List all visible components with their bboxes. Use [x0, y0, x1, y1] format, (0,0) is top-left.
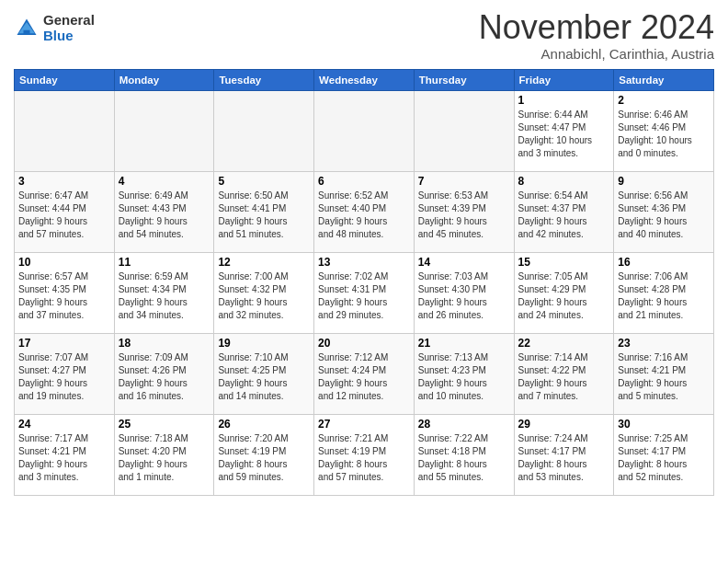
day-info: Sunrise: 7:18 AM Sunset: 4:20 PM Dayligh… [119, 432, 210, 484]
day-number: 29 [518, 418, 610, 431]
day-info: Sunrise: 7:02 AM Sunset: 4:31 PM Dayligh… [318, 270, 410, 322]
week-row-4: 24Sunrise: 7:17 AM Sunset: 4:21 PM Dayli… [15, 414, 714, 495]
day-info: Sunrise: 7:20 AM Sunset: 4:19 PM Dayligh… [218, 432, 310, 484]
day-info: Sunrise: 6:53 AM Sunset: 4:39 PM Dayligh… [418, 190, 510, 241]
week-row-0: 1Sunrise: 6:44 AM Sunset: 4:47 PM Daylig… [15, 90, 714, 171]
day-info: Sunrise: 7:17 AM Sunset: 4:21 PM Dayligh… [18, 432, 110, 484]
header-saturday: Saturday [614, 69, 714, 90]
title-block: November 2024 Annabichl, Carinthia, Aust… [479, 9, 714, 62]
table-row: 17Sunrise: 7:07 AM Sunset: 4:27 PM Dayli… [15, 333, 115, 414]
day-info: Sunrise: 7:25 AM Sunset: 4:17 PM Dayligh… [618, 432, 710, 484]
day-info: Sunrise: 7:22 AM Sunset: 4:18 PM Dayligh… [418, 432, 510, 484]
header-friday: Friday [514, 69, 614, 90]
table-row: 24Sunrise: 7:17 AM Sunset: 4:21 PM Dayli… [15, 414, 115, 495]
week-row-1: 3Sunrise: 6:47 AM Sunset: 4:44 PM Daylig… [15, 171, 714, 252]
day-number: 25 [119, 418, 210, 431]
day-info: Sunrise: 7:07 AM Sunset: 4:27 PM Dayligh… [18, 351, 110, 403]
logo-general-text: General [43, 13, 95, 29]
day-number: 2 [618, 94, 710, 107]
logo-text: General Blue [43, 13, 95, 43]
header-thursday: Thursday [414, 69, 514, 90]
table-row [15, 90, 115, 171]
day-number: 23 [618, 337, 710, 350]
table-row: 22Sunrise: 7:14 AM Sunset: 4:22 PM Dayli… [514, 333, 614, 414]
table-row: 30Sunrise: 7:25 AM Sunset: 4:17 PM Dayli… [614, 414, 714, 495]
day-number: 17 [18, 337, 110, 350]
day-number: 3 [18, 175, 110, 188]
table-row: 26Sunrise: 7:20 AM Sunset: 4:19 PM Dayli… [214, 414, 314, 495]
header-sunday: Sunday [15, 69, 115, 90]
day-info: Sunrise: 6:59 AM Sunset: 4:34 PM Dayligh… [119, 270, 210, 322]
table-row: 18Sunrise: 7:09 AM Sunset: 4:26 PM Dayli… [114, 333, 214, 414]
day-info: Sunrise: 7:00 AM Sunset: 4:32 PM Dayligh… [218, 270, 310, 322]
calendar: Sunday Monday Tuesday Wednesday Thursday… [14, 69, 714, 496]
table-row: 28Sunrise: 7:22 AM Sunset: 4:18 PM Dayli… [414, 414, 514, 495]
day-info: Sunrise: 6:50 AM Sunset: 4:41 PM Dayligh… [218, 190, 310, 241]
table-row: 5Sunrise: 6:50 AM Sunset: 4:41 PM Daylig… [214, 171, 314, 252]
table-row: 13Sunrise: 7:02 AM Sunset: 4:31 PM Dayli… [314, 252, 415, 333]
day-number: 1 [518, 94, 610, 107]
day-info: Sunrise: 7:09 AM Sunset: 4:26 PM Dayligh… [119, 351, 210, 403]
table-row: 21Sunrise: 7:13 AM Sunset: 4:23 PM Dayli… [414, 333, 514, 414]
table-row: 9Sunrise: 6:56 AM Sunset: 4:36 PM Daylig… [614, 171, 714, 252]
day-info: Sunrise: 6:56 AM Sunset: 4:36 PM Dayligh… [618, 190, 710, 241]
day-info: Sunrise: 7:06 AM Sunset: 4:28 PM Dayligh… [618, 270, 710, 322]
table-row: 4Sunrise: 6:49 AM Sunset: 4:43 PM Daylig… [114, 171, 214, 252]
day-number: 20 [318, 337, 410, 350]
day-number: 24 [18, 418, 110, 431]
day-info: Sunrise: 7:05 AM Sunset: 4:29 PM Dayligh… [518, 270, 610, 322]
day-number: 12 [218, 256, 310, 269]
header-tuesday: Tuesday [214, 69, 314, 90]
page: General Blue November 2024 Annabichl, Ca… [0, 0, 728, 563]
day-info: Sunrise: 6:44 AM Sunset: 4:47 PM Dayligh… [518, 109, 610, 160]
day-info: Sunrise: 6:47 AM Sunset: 4:44 PM Dayligh… [18, 190, 110, 241]
week-row-2: 10Sunrise: 6:57 AM Sunset: 4:35 PM Dayli… [15, 252, 714, 333]
table-row: 12Sunrise: 7:00 AM Sunset: 4:32 PM Dayli… [214, 252, 314, 333]
day-number: 10 [18, 256, 110, 269]
table-row: 6Sunrise: 6:52 AM Sunset: 4:40 PM Daylig… [314, 171, 415, 252]
svg-rect-2 [24, 29, 30, 34]
table-row: 16Sunrise: 7:06 AM Sunset: 4:28 PM Dayli… [614, 252, 714, 333]
day-number: 28 [418, 418, 510, 431]
table-row: 2Sunrise: 6:46 AM Sunset: 4:46 PM Daylig… [614, 90, 714, 171]
day-number: 16 [618, 256, 710, 269]
day-info: Sunrise: 7:13 AM Sunset: 4:23 PM Dayligh… [418, 351, 510, 403]
table-row: 29Sunrise: 7:24 AM Sunset: 4:17 PM Dayli… [514, 414, 614, 495]
logo-blue-text: Blue [43, 29, 95, 44]
table-row: 3Sunrise: 6:47 AM Sunset: 4:44 PM Daylig… [15, 171, 115, 252]
day-number: 27 [318, 418, 410, 431]
week-row-3: 17Sunrise: 7:07 AM Sunset: 4:27 PM Dayli… [15, 333, 714, 414]
table-row [114, 90, 214, 171]
day-number: 8 [518, 175, 610, 188]
day-number: 18 [119, 337, 210, 350]
table-row: 1Sunrise: 6:44 AM Sunset: 4:47 PM Daylig… [514, 90, 614, 171]
day-info: Sunrise: 6:49 AM Sunset: 4:43 PM Dayligh… [119, 190, 210, 241]
day-info: Sunrise: 7:14 AM Sunset: 4:22 PM Dayligh… [518, 351, 610, 403]
day-info: Sunrise: 7:24 AM Sunset: 4:17 PM Dayligh… [518, 432, 610, 484]
month-title: November 2024 [479, 9, 714, 46]
table-row: 20Sunrise: 7:12 AM Sunset: 4:24 PM Dayli… [314, 333, 415, 414]
table-row: 19Sunrise: 7:10 AM Sunset: 4:25 PM Dayli… [214, 333, 314, 414]
day-number: 11 [119, 256, 210, 269]
day-number: 26 [218, 418, 310, 431]
day-info: Sunrise: 6:52 AM Sunset: 4:40 PM Dayligh… [318, 190, 410, 241]
table-row: 25Sunrise: 7:18 AM Sunset: 4:20 PM Dayli… [114, 414, 214, 495]
table-row: 14Sunrise: 7:03 AM Sunset: 4:30 PM Dayli… [414, 252, 514, 333]
table-row: 8Sunrise: 6:54 AM Sunset: 4:37 PM Daylig… [514, 171, 614, 252]
subtitle: Annabichl, Carinthia, Austria [479, 46, 714, 62]
day-number: 6 [318, 175, 410, 188]
header-wednesday: Wednesday [314, 69, 415, 90]
table-row: 7Sunrise: 6:53 AM Sunset: 4:39 PM Daylig… [414, 171, 514, 252]
day-number: 21 [418, 337, 510, 350]
table-row: 15Sunrise: 7:05 AM Sunset: 4:29 PM Dayli… [514, 252, 614, 333]
table-row [214, 90, 314, 171]
header: General Blue November 2024 Annabichl, Ca… [14, 9, 714, 62]
day-number: 5 [218, 175, 310, 188]
day-info: Sunrise: 6:54 AM Sunset: 4:37 PM Dayligh… [518, 190, 610, 241]
day-number: 30 [618, 418, 710, 431]
day-info: Sunrise: 6:57 AM Sunset: 4:35 PM Dayligh… [18, 270, 110, 322]
day-number: 13 [318, 256, 410, 269]
day-info: Sunrise: 7:10 AM Sunset: 4:25 PM Dayligh… [218, 351, 310, 403]
logo: General Blue [14, 13, 95, 43]
logo-icon [14, 16, 40, 41]
